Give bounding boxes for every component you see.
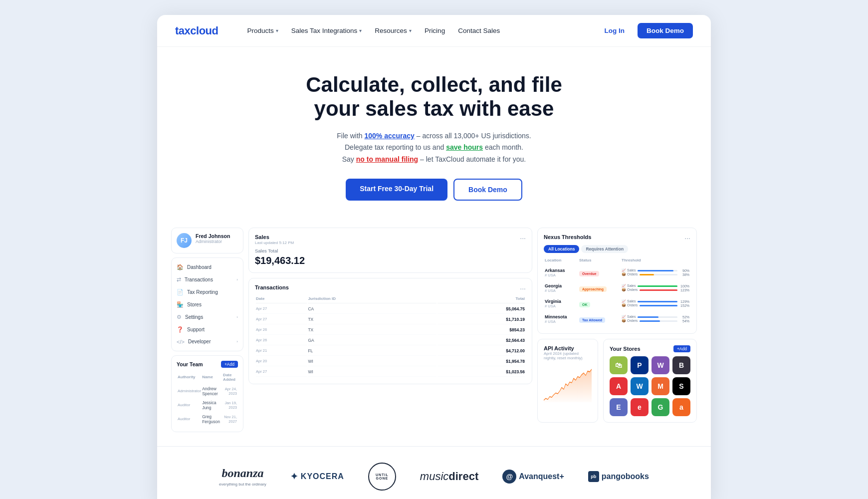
store-icon-wix[interactable]: W: [631, 377, 649, 395]
add-store-button[interactable]: +Add: [673, 345, 690, 352]
store-icon-bigcommerce[interactable]: B: [672, 356, 690, 374]
stores-header: Your Stores +Add: [610, 345, 690, 352]
api-card: API Activity April 2024 (updated nightly…: [537, 339, 598, 423]
book-demo-hero-button[interactable]: Book Demo: [453, 179, 522, 201]
transactions-header: Transactions ···: [255, 284, 526, 292]
logo[interactable]: taxcloud: [175, 24, 218, 37]
sidebar-item-stores[interactable]: 🏪 Stores: [172, 298, 243, 311]
sidebar-label: Transactions: [185, 277, 213, 282]
sidebar-item-developer[interactable]: </> Developer ›: [172, 336, 243, 348]
transactions-title: Transactions: [255, 284, 289, 290]
nexus-tabs: All Locations Requires Attention: [544, 245, 690, 253]
table-row: Arkansas # USA Overdue 📈 Sales 90% 📦 Ord…: [545, 265, 689, 280]
tab-requires-attention[interactable]: Requires Attention: [581, 245, 628, 253]
col-date: Date: [256, 296, 307, 303]
table-row: Apr 26 TX $854.23: [256, 325, 525, 335]
stores-grid: 🛍PWBAWMSEeGa: [610, 356, 690, 416]
col-date: Date Added: [223, 373, 237, 384]
logo-pangobooks: pb pangobooks: [588, 471, 649, 482]
nexus-menu-button[interactable]: ···: [684, 234, 690, 242]
sidebar-item-tax-reporting[interactable]: 📄 Tax Reporting: [172, 286, 243, 298]
list-item: Auditor Greg Ferguson Nov 21, 2027: [178, 413, 237, 426]
bottom-row: API Activity April 2024 (updated nightly…: [537, 339, 697, 423]
avatar: FJ: [177, 233, 192, 248]
table-row: Apr 27 CA $5,064.75: [256, 304, 525, 314]
user-card: FJ Fred Johnson Administrator: [171, 228, 243, 253]
store-icon-paypal[interactable]: P: [631, 356, 649, 374]
col-jurisdiction: Jurisdiction ID: [308, 296, 436, 303]
login-button[interactable]: Log In: [596, 23, 633, 38]
store-icon-etsy[interactable]: E: [610, 398, 628, 416]
user-name: Fred Johnson: [196, 233, 230, 239]
col-location: Location: [545, 258, 578, 264]
col-status: Status: [579, 258, 621, 264]
stores-title: Your Stores: [610, 346, 641, 352]
store-icon-magento[interactable]: M: [651, 377, 669, 395]
sidebar-item-support[interactable]: ❓ Support: [172, 323, 243, 336]
transactions-table: Date Jurisdiction ID Total Apr 27 CA $5,…: [255, 295, 526, 378]
store-icon-google[interactable]: G: [651, 398, 669, 416]
store-icon-other[interactable]: a: [672, 398, 690, 416]
logo-avanquest: @ Avanquest+: [502, 470, 564, 484]
nav-sales-tax[interactable]: Sales Tax Integrations ▾: [286, 24, 367, 37]
nav-pricing[interactable]: Pricing: [420, 24, 450, 37]
store-icon-woocommerce[interactable]: W: [651, 356, 669, 374]
chevron-down-icon: ▾: [276, 28, 278, 33]
trial-button[interactable]: Start Free 30-Day Trial: [346, 179, 447, 201]
sales-card: Sales Last updated 5:12 PM ··· Sales Tot…: [248, 228, 532, 273]
store-icon-shopify[interactable]: 🛍: [610, 356, 628, 374]
sidebar-label: Stores: [187, 302, 202, 307]
sidebar-panel: FJ Fred Johnson Administrator 🏠 Dashboar…: [171, 228, 243, 432]
table-row: Apr 27 TX $1,710.19: [256, 315, 525, 324]
home-icon: 🏠: [177, 264, 184, 270]
logo-until-gone: UNTIL GONE: [368, 463, 396, 491]
nav-products[interactable]: Products ▾: [242, 24, 283, 37]
stores-card: Your Stores +Add 🛍PWBAWMSEeGa: [603, 339, 697, 423]
hero-section: Calculate, collect, and file your sales …: [157, 47, 711, 219]
team-card: Your Team +Add Authority Name Date Added…: [171, 355, 243, 432]
sales-menu-button[interactable]: ···: [520, 234, 526, 242]
chevron-right-icon: ›: [236, 277, 238, 282]
team-header: Your Team +Add: [177, 361, 238, 368]
stores-icon: 🏪: [177, 301, 184, 308]
nexus-title: Nexus Thresholds: [544, 234, 591, 240]
transactions-menu-button[interactable]: ···: [520, 284, 526, 292]
sidebar-label: Support: [187, 327, 205, 332]
sidebar-item-settings[interactable]: ⚙ Settings ›: [172, 311, 243, 323]
store-icon-ebay[interactable]: e: [631, 398, 649, 416]
table-row: Apr 26 GA $2,564.43: [256, 336, 525, 345]
store-icon-amazon[interactable]: A: [610, 377, 628, 395]
nav-actions: Log In Book Demo: [596, 23, 693, 38]
sidebar-item-transactions[interactable]: ⇄ Transactions ›: [172, 273, 243, 286]
nav-links: Products ▾ Sales Tax Integrations ▾ Reso…: [242, 24, 580, 37]
sidebar-item-dashboard[interactable]: 🏠 Dashboard: [172, 261, 243, 273]
table-row: Apr 27 WI $1,023.56: [256, 367, 525, 377]
sales-total-label: Sales Total: [255, 248, 526, 253]
api-subtitle: April 2024 (updated nightly, reset month…: [544, 351, 592, 360]
nav-resources[interactable]: Resources ▾: [370, 24, 417, 37]
store-icon-squarespace[interactable]: S: [672, 377, 690, 395]
list-item: Administrator Andrew Spencer Apr 24, 202…: [178, 385, 237, 398]
settings-icon: ⚙: [177, 314, 182, 320]
support-icon: ❓: [177, 326, 184, 333]
transactions-icon: ⇄: [177, 276, 181, 283]
nexus-table: Location Status Threshold Arkansas # USA…: [544, 257, 690, 327]
add-team-button[interactable]: +Add: [221, 361, 238, 368]
sidebar-label: Dashboard: [187, 264, 212, 270]
sales-card-header: Sales Last updated 5:12 PM ···: [255, 234, 526, 245]
tab-all-locations[interactable]: All Locations: [544, 245, 579, 253]
report-icon: 📄: [177, 289, 184, 295]
api-chart: [544, 367, 592, 402]
book-demo-button[interactable]: Book Demo: [638, 23, 693, 38]
right-panel: Nexus Thresholds ··· All Locations Requi…: [537, 228, 697, 432]
sidebar-label: Tax Reporting: [187, 289, 218, 295]
sidebar-label: Developer: [188, 339, 211, 344]
col-total: Total: [437, 296, 525, 303]
col-name: Name: [202, 373, 222, 384]
transactions-card: Transactions ··· Date Jurisdiction ID To…: [248, 278, 532, 384]
nav-contact[interactable]: Contact Sales: [453, 24, 505, 37]
col-threshold: Threshold: [622, 258, 689, 264]
team-table: Authority Name Date Added Administrator …: [177, 372, 238, 427]
nexus-card: Nexus Thresholds ··· All Locations Requi…: [537, 228, 697, 334]
table-row: Apr 20 WI $1,954.78: [256, 357, 525, 366]
